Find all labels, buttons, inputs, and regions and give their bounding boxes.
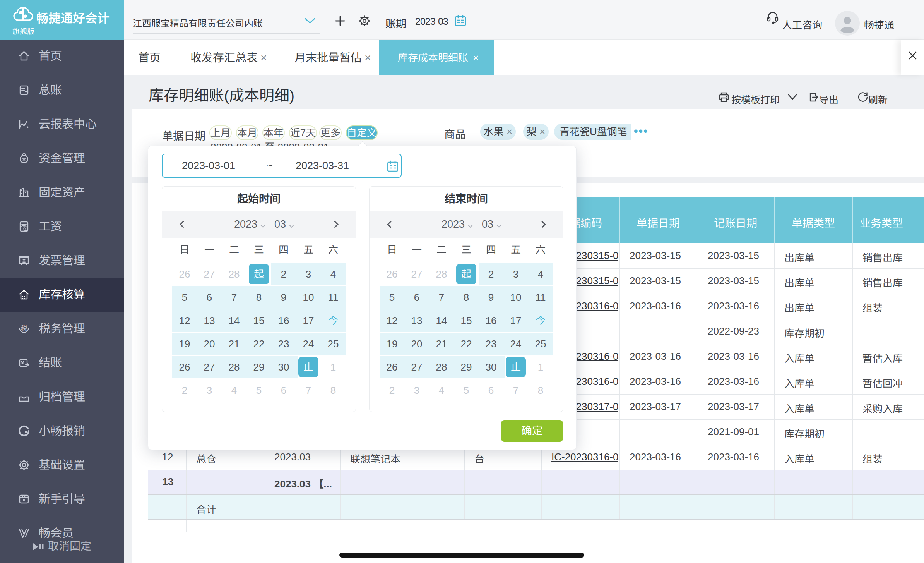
svg-text:税: 税	[21, 323, 27, 333]
